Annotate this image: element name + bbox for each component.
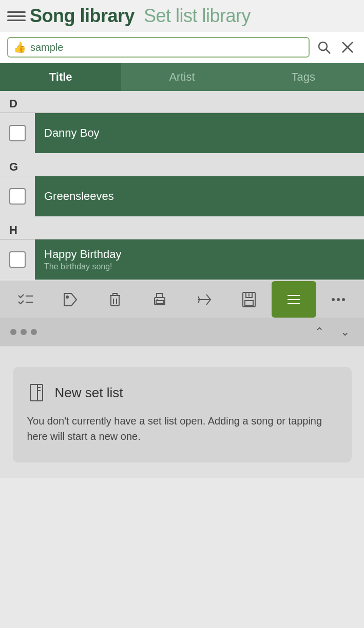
svg-line-1 [326,49,330,53]
song-title: Greensleeves [44,190,355,203]
page-dot-3 [31,329,37,335]
toolbar [0,281,364,318]
tab-title[interactable]: Title [0,63,121,91]
svg-rect-14 [245,301,253,306]
new-set-list-icon [27,382,48,403]
svg-point-0 [319,42,327,50]
set-list-library-tab[interactable]: Set list library [144,5,251,27]
new-set-list-card[interactable]: New set list You don't currently have a … [13,367,352,463]
share-button[interactable] [182,281,227,318]
svg-rect-11 [156,301,163,304]
header: Song library Set list library [0,0,364,32]
delete-button[interactable] [92,281,137,318]
table-row: Danny Boy [0,113,364,153]
song-card-happy-birthday[interactable]: Happy Birthday The birthday song! [35,239,364,280]
save-button[interactable] [227,281,272,318]
svg-rect-19 [30,384,43,401]
nav-bar: ⌃ ⌄ [0,318,364,346]
svg-rect-7 [111,295,119,306]
header-titles: Song library Set list library [30,5,251,27]
table-row: Happy Birthday The birthday song! [0,239,364,280]
thumb-icon: 👍 [13,41,26,53]
svg-point-6 [66,296,68,298]
table-row: Greensleeves [0,176,364,216]
song-title: Happy Birthday [44,248,355,261]
section-letter-d: D [0,91,364,113]
lower-section: New set list You don't currently have a … [0,346,364,478]
search-bar: 👍 [0,32,364,63]
nav-down-button[interactable]: ⌄ [336,323,354,341]
new-set-list-description: You don't currently have a set list open… [27,413,337,444]
section-letter-g: G [0,154,364,176]
print-button[interactable] [137,281,182,318]
search-input[interactable] [30,42,303,53]
song-checkbox-danny-boy[interactable] [9,125,26,141]
checklist-button[interactable] [3,281,48,318]
clear-button[interactable] [338,38,357,57]
page-dot-1 [10,329,16,335]
tab-tags[interactable]: Tags [243,63,364,91]
search-input-wrapper: 👍 [7,37,310,58]
song-card-greensleeves[interactable]: Greensleeves [35,176,364,216]
song-subtitle: The birthday song! [44,262,355,271]
tab-bar: Title Artist Tags [0,63,364,91]
song-list: D Danny Boy G Greensleeves H Happy Birth… [0,91,364,280]
nav-up-button[interactable]: ⌃ [311,323,328,341]
checkbox-area [0,176,35,216]
menu-button[interactable] [7,7,26,25]
search-button[interactable] [315,38,333,57]
more-button[interactable] [316,281,361,318]
new-set-list-header: New set list [27,382,337,403]
nav-arrows: ⌃ ⌄ [311,323,354,341]
tag-button[interactable] [48,281,92,318]
song-card-danny-boy[interactable]: Danny Boy [35,113,364,153]
page-dot-2 [21,329,27,335]
new-set-list-title: New set list [55,385,123,401]
page-dots [10,329,37,335]
list-view-button[interactable] [272,281,316,318]
song-checkbox-happy-birthday[interactable] [9,251,26,268]
section-letter-h: H [0,217,364,239]
tab-artist[interactable]: Artist [121,63,242,91]
checkbox-area [0,239,35,280]
checkbox-area [0,113,35,153]
song-checkbox-greensleeves[interactable] [9,188,26,205]
song-library-tab[interactable]: Song library [30,5,135,27]
song-title: Danny Boy [44,126,355,140]
